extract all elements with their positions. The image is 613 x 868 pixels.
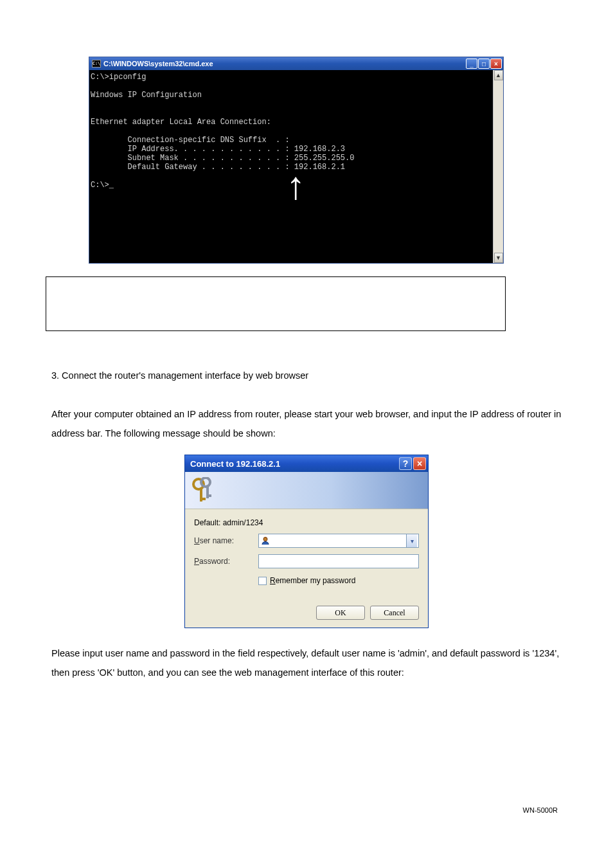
svg-point-6 [263, 538, 267, 541]
remember-password-checkbox[interactable] [258, 577, 267, 585]
svg-rect-5 [206, 494, 211, 497]
maximize-button[interactable]: □ [478, 59, 490, 69]
note-box [46, 276, 506, 331]
dialog-close-button[interactable]: × [413, 457, 426, 470]
help-button[interactable]: ? [399, 457, 412, 470]
scroll-up-button[interactable]: ▲ [494, 70, 503, 80]
keys-icon [191, 477, 215, 504]
dialog-banner [185, 472, 428, 509]
dialog-titlebar: Connect to 192.168.2.1 ? × [185, 455, 428, 472]
password-input[interactable] [260, 556, 417, 567]
username-dropdown-icon[interactable]: ▾ [406, 534, 417, 547]
step3-heading: 3. Connect the router's management inter… [51, 366, 562, 385]
ok-button[interactable]: OK [316, 606, 365, 620]
cmd-window: C:\ C:\WINDOWS\system32\cmd.exe _ □ × C:… [89, 57, 504, 264]
closing-paragraph: Please input user name and password in t… [51, 644, 562, 682]
password-field-wrapper [258, 554, 419, 568]
dialog-title: Connect to 192.168.2.1 [190, 459, 399, 469]
username-label: User name: [194, 536, 258, 545]
cmd-titlebar: C:\ C:\WINDOWS\system32\cmd.exe _ □ × [89, 57, 503, 70]
page-footer: WN-5000R [523, 806, 558, 814]
username-field-wrapper: ▾ [258, 534, 419, 548]
cmd-scrollbar[interactable]: ▲ ▼ [493, 70, 503, 263]
person-icon [260, 536, 271, 546]
svg-rect-2 [200, 498, 206, 500]
auth-dialog: Connect to 192.168.2.1 ? × Default: admi… [184, 455, 429, 628]
cancel-button[interactable]: Cancel [370, 606, 419, 620]
scroll-down-button[interactable]: ▼ [494, 253, 503, 263]
password-label: Password: [194, 557, 258, 566]
remember-password-label: Remember my password [270, 576, 355, 585]
step3-paragraph: After your computer obtained an IP addre… [51, 404, 562, 443]
arrow-up-icon: ↑ [286, 167, 305, 205]
close-button[interactable]: × [490, 59, 502, 69]
default-credentials-label: Default: admin/1234 [194, 518, 419, 527]
cmd-window-title: C:\WINDOWS\system32\cmd.exe [103, 60, 466, 68]
username-input[interactable] [272, 535, 407, 547]
cmd-icon: C:\ [92, 60, 101, 68]
minimize-button[interactable]: _ [466, 59, 477, 69]
